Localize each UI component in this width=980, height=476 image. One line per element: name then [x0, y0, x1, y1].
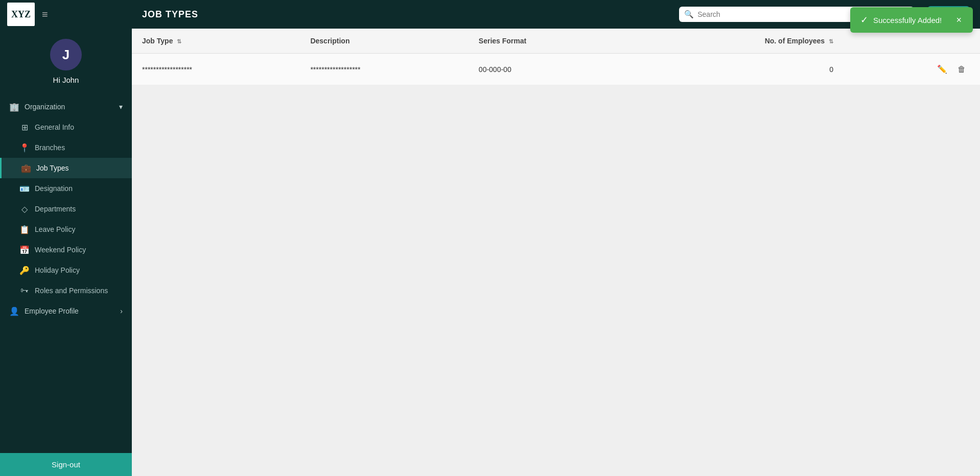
general-info-icon: ⊞	[19, 122, 30, 132]
job-types-icon: 💼	[21, 163, 31, 173]
designation-icon: 🪪	[19, 183, 30, 194]
logo: XYZ	[7, 3, 35, 26]
cell-actions: ✏️ 🗑	[844, 54, 980, 85]
sidebar-item-label: Branches	[35, 144, 65, 152]
cell-job-type: ******************	[132, 54, 300, 85]
sidebar-item-designation[interactable]: 🪪 Designation	[0, 178, 132, 199]
employee-profile-label: Employee Profile	[25, 307, 79, 315]
sidebar-item-holiday-policy[interactable]: 🔑 Holiday Policy	[0, 260, 132, 280]
avatar: J	[50, 39, 82, 70]
chevron-down-icon: ▾	[119, 103, 123, 111]
departments-icon: ◇	[19, 204, 30, 214]
cell-description: ******************	[300, 54, 468, 85]
sidebar-header: XYZ ≡	[0, 0, 132, 29]
col-series-format: Series Format	[469, 29, 631, 54]
sidebar-item-organization[interactable]: 🏢 Organization ▾	[0, 97, 132, 117]
sidebar-nav: 🏢 Organization ▾ ⊞ General Info 📍 Branch…	[0, 92, 132, 453]
user-section: J Hi John	[0, 29, 132, 92]
col-description: Description	[300, 29, 468, 54]
sidebar-item-label: Departments	[35, 205, 76, 213]
job-types-table: Job Type ⇅ Description Series Format No.…	[132, 29, 980, 85]
roles-icon: 🗝	[19, 285, 30, 296]
sidebar-item-departments[interactable]: ◇ Departments	[0, 199, 132, 219]
table-row: ****************** ****************** 00…	[132, 54, 980, 85]
cell-series-format: 00-000-00	[469, 54, 631, 85]
col-job-type: Job Type ⇅	[132, 29, 300, 54]
sidebar-item-label: Holiday Policy	[35, 266, 80, 274]
sidebar-item-general-info[interactable]: ⊞ General Info	[0, 117, 132, 137]
sidebar-item-roles-permissions[interactable]: 🗝 Roles and Permissions	[0, 280, 132, 301]
edit-button[interactable]: ✏️	[933, 62, 951, 77]
sidebar-item-weekend-policy[interactable]: 📅 Weekend Policy	[0, 240, 132, 260]
sidebar-item-label: Leave Policy	[35, 225, 75, 233]
holiday-policy-icon: 🔑	[19, 265, 30, 275]
sidebar-item-label: Designation	[35, 184, 73, 193]
search-icon: 🔍	[684, 10, 694, 19]
table-container: Job Type ⇅ Description Series Format No.…	[132, 29, 980, 85]
user-greeting: Hi John	[53, 76, 79, 84]
toast-check-icon: ✓	[860, 14, 868, 26]
leave-policy-icon: 📋	[19, 224, 30, 234]
sort-icon[interactable]: ⇅	[177, 38, 181, 44]
organization-label: Organization	[25, 103, 65, 111]
chevron-right-icon: ›	[120, 307, 123, 315]
signout-button[interactable]: Sign-out	[0, 453, 132, 476]
branches-icon: 📍	[19, 142, 30, 153]
weekend-policy-icon: 📅	[19, 245, 30, 255]
hamburger-icon[interactable]: ≡	[42, 9, 48, 20]
sort-icon-employees[interactable]: ⇅	[829, 38, 833, 44]
sidebar-item-branches[interactable]: 📍 Branches	[0, 137, 132, 158]
cell-num-employees: 0	[631, 54, 844, 85]
employee-profile-icon: 👤	[9, 306, 19, 316]
page-title: JOB TYPES	[142, 9, 198, 20]
delete-button[interactable]: 🗑	[953, 62, 970, 77]
organization-icon: 🏢	[9, 102, 19, 112]
sidebar-item-label: Roles and Permissions	[35, 287, 108, 295]
sidebar-item-label: General Info	[35, 123, 74, 131]
content-area: Job Type ⇅ Description Series Format No.…	[132, 29, 980, 476]
sidebar-item-label: Weekend Policy	[35, 246, 86, 254]
sidebar-item-label: Job Types	[36, 164, 69, 172]
toast-notification: ✓ Successfully Added! ×	[850, 7, 973, 33]
toast-close-button[interactable]: ×	[955, 15, 963, 26]
main-content: JOB TYPES 🔍 + Add Job Type ⇅ Description	[132, 0, 980, 476]
toast-message: Successfully Added!	[873, 16, 942, 25]
sidebar-item-employee-profile[interactable]: 👤 Employee Profile ›	[0, 301, 132, 321]
col-num-employees: No. of Employees ⇅	[631, 29, 844, 54]
sidebar-item-leave-policy[interactable]: 📋 Leave Policy	[0, 219, 132, 240]
sidebar-item-job-types[interactable]: 💼 Job Types	[0, 158, 132, 178]
sidebar: XYZ ≡ J Hi John 🏢 Organization ▾ ⊞ Gener…	[0, 0, 132, 476]
